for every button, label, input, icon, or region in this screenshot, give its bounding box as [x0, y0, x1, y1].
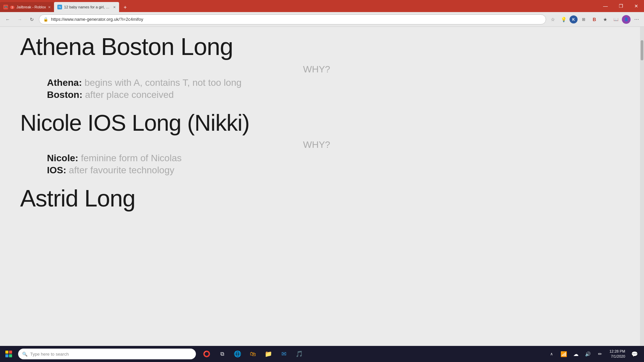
- tab-jailbreak-label: 3 Jailbreak - Roblox: [10, 5, 46, 9]
- start-button[interactable]: [1, 347, 16, 361]
- task-view-button[interactable]: ⧉: [215, 347, 229, 361]
- reason-athena: Athena: begins with A, contains T, not t…: [20, 77, 613, 88]
- volume-icon[interactable]: 🔊: [583, 347, 593, 361]
- close-button[interactable]: ✕: [629, 0, 644, 12]
- profile-K-icon[interactable]: K: [570, 15, 578, 23]
- refresh-button[interactable]: ↻: [27, 14, 37, 24]
- reason-value-ios: after favourite technology: [69, 165, 174, 175]
- taskbar-tray: ∧ 📶 ☁ 🔊 ✏ 12:28 PM 7/1/2020 💬: [546, 347, 643, 361]
- pen-icon[interactable]: ✏: [595, 347, 605, 361]
- maximize-button[interactable]: ❐: [613, 0, 629, 12]
- forward-button[interactable]: →: [15, 14, 25, 24]
- reason-value-nicole: feminine form of Nicolas: [81, 153, 181, 163]
- address-input[interactable]: 🔒 https://www.name-generator.org.uk/?i=2…: [39, 14, 546, 24]
- section-nicole: Nicole IOS Long (Nikki) WHY? Nicole: fem…: [20, 110, 613, 176]
- taskbar-search[interactable]: 🔍 Type here to search: [18, 349, 196, 359]
- notification-button[interactable]: 💬: [629, 347, 640, 361]
- clock-date: 7/1/2020: [609, 354, 625, 359]
- tab-favicon-names: N: [57, 5, 62, 9]
- window-controls: — ❐ ✕: [598, 0, 644, 12]
- section-astrid: Astrid Long: [20, 186, 613, 212]
- reason-label-nicole: Nicole:: [47, 153, 78, 163]
- tab-list: 🎮 3 Jailbreak - Roblox ✕ N 12 baby names…: [0, 0, 598, 12]
- bing-rewards-icon[interactable]: B: [590, 15, 599, 24]
- collections-button[interactable]: 💡: [559, 15, 568, 24]
- taskbar-app-icons: ⭕ ⧉ 🌐 🛍 📁 ✉ 🎵: [199, 347, 307, 361]
- cortana-button[interactable]: ⭕: [199, 347, 214, 361]
- reason-ios: IOS: after favourite technology: [20, 165, 613, 176]
- reason-nicole: Nicole: feminine form of Nicolas: [20, 153, 613, 164]
- file-explorer-button[interactable]: 📁: [261, 347, 276, 361]
- tab-names-close[interactable]: ✕: [113, 5, 116, 9]
- reason-boston: Boston: after place conceived: [20, 89, 613, 100]
- name-astrid-long: Astrid Long: [20, 186, 613, 212]
- cloud-icon[interactable]: ☁: [571, 347, 581, 361]
- search-icon: 🔍: [22, 352, 28, 357]
- reason-value-athena: begins with A, contains T, not too long: [85, 77, 241, 88]
- wifi-icon[interactable]: 📶: [558, 347, 569, 361]
- store-button[interactable]: 🛍: [246, 347, 260, 361]
- more-options-button[interactable]: ⋯: [632, 15, 641, 24]
- back-button[interactable]: ←: [3, 14, 13, 24]
- new-tab-button[interactable]: +: [120, 3, 130, 12]
- name-athena-boston-long: Athena Boston Long: [20, 34, 613, 60]
- reading-view-icon[interactable]: 📖: [611, 15, 621, 24]
- scrollbar[interactable]: [640, 27, 644, 346]
- why-label-1: WHY?: [20, 64, 613, 75]
- tab-names-label: 12 baby names for a girl, which c: [64, 5, 111, 9]
- spotify-button[interactable]: 🎵: [292, 347, 307, 361]
- search-placeholder: Type here to search: [30, 352, 69, 357]
- chevron-up-icon[interactable]: ∧: [546, 347, 557, 361]
- page-content: Athena Boston Long WHY? Athena: begins w…: [0, 27, 644, 346]
- reason-label-athena: Athena:: [47, 77, 82, 88]
- windows-logo: [5, 351, 12, 357]
- mail-button[interactable]: ✉: [276, 347, 291, 361]
- minimize-button[interactable]: —: [598, 0, 613, 12]
- extensions-icon[interactable]: ⊞: [579, 15, 588, 24]
- lock-icon: 🔒: [43, 17, 48, 22]
- tab-jailbreak-close[interactable]: ✕: [48, 5, 51, 9]
- section-athena: Athena Boston Long WHY? Athena: begins w…: [20, 34, 613, 100]
- address-url[interactable]: https://www.name-generator.org.uk/?i=2c4…: [51, 17, 542, 22]
- reason-label-boston: Boston:: [47, 89, 83, 100]
- user-profile-icon[interactable]: 👤: [622, 15, 631, 24]
- toolbar-icons: ☆ 💡 K ⊞ B ★ 📖 👤 ⋯: [548, 15, 641, 24]
- tab-names[interactable]: N 12 baby names for a girl, which c ✕: [54, 2, 119, 12]
- why-label-2: WHY?: [20, 139, 613, 150]
- tab-jailbreak[interactable]: 🎮 3 Jailbreak - Roblox ✕: [0, 2, 54, 12]
- clock-time: 12:28 PM: [609, 349, 625, 354]
- system-clock[interactable]: 12:28 PM 7/1/2020: [607, 349, 628, 359]
- content-area: Athena Boston Long WHY? Athena: begins w…: [0, 27, 640, 346]
- name-nicole-ios-long: Nicole IOS Long (Nikki): [20, 110, 613, 135]
- title-bar: 🎮 3 Jailbreak - Roblox ✕ N 12 baby names…: [0, 0, 644, 12]
- reason-label-ios: IOS:: [47, 165, 66, 175]
- favorite-button[interactable]: ☆: [548, 15, 557, 24]
- tab-favicon-jailbreak: 🎮: [3, 5, 8, 9]
- reason-value-boston: after place conceived: [85, 89, 174, 100]
- address-bar: ← → ↻ 🔒 https://www.name-generator.org.u…: [0, 12, 644, 27]
- scrollbar-thumb[interactable]: [641, 40, 643, 60]
- favorites-bar-icon[interactable]: ★: [600, 15, 610, 24]
- edge-button[interactable]: 🌐: [230, 347, 245, 361]
- taskbar: 🔍 Type here to search ⭕ ⧉ 🌐 🛍 📁 ✉ 🎵 ∧ 📶 …: [0, 346, 644, 362]
